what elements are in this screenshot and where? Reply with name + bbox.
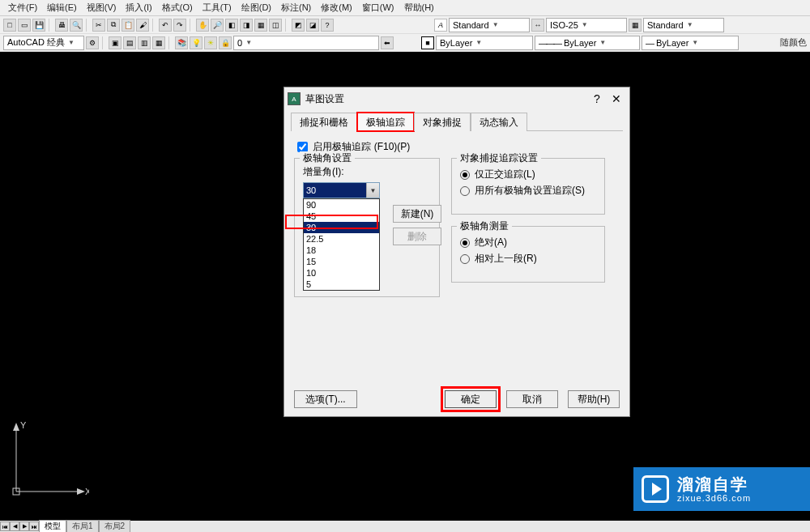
tb-misc2-icon[interactable]: ◨ — [240, 19, 253, 32]
tablestyle-dropdown[interactable]: Standard ▼ — [643, 18, 724, 32]
measure-absolute-radio[interactable] — [460, 238, 470, 248]
tb-misc6-icon[interactable]: ◪ — [306, 19, 319, 32]
lineweight-value: ByLayer — [656, 38, 688, 48]
cancel-button[interactable]: 取消 — [506, 390, 558, 408]
chevron-down-icon[interactable]: ▼ — [366, 183, 379, 198]
combo-item-10[interactable]: 10 — [304, 267, 379, 279]
track-all-radio[interactable] — [460, 186, 470, 196]
menu-modify[interactable]: 修改(M) — [316, 0, 357, 15]
tab-polar-tracking[interactable]: 极轴追踪 — [357, 113, 414, 131]
tb-a-icon[interactable]: ▣ — [109, 36, 122, 49]
tb-preview-icon[interactable]: 🔍 — [70, 19, 83, 32]
dialog-title: 草图设置 — [305, 92, 587, 106]
increment-angle-combo[interactable]: 30 ▼ — [303, 182, 380, 198]
dropdown-arrow-icon: ▼ — [492, 21, 499, 28]
polar-angle-group-title: 极轴角设置 — [300, 151, 355, 165]
lineweight-dropdown[interactable]: — ByLayer ▼ — [642, 36, 739, 50]
menu-tools[interactable]: 工具(T) — [198, 0, 237, 15]
linetype-dropdown[interactable]: ——— ByLayer ▼ — [535, 36, 640, 50]
lock-icon[interactable]: 🔒 — [219, 36, 232, 49]
tb-save-icon[interactable]: 💾 — [32, 19, 45, 32]
menu-edit[interactable]: 编辑(E) — [42, 0, 82, 15]
dropdown-arrow-icon: ▼ — [475, 39, 482, 46]
tablestyle-icon[interactable]: ▦ — [629, 19, 642, 32]
dialog-body: 启用极轴追踪 (F10)(P) 极轴角设置 增量角(I): 30 ▼ 90 45 — [284, 131, 629, 302]
tb-misc4-icon[interactable]: ◫ — [269, 19, 282, 32]
combo-value: 30 — [304, 183, 366, 198]
workspace-dropdown[interactable]: AutoCAD 经典 ▼ — [3, 36, 84, 50]
tb-redo-icon[interactable]: ↷ — [173, 19, 186, 32]
dropdown-arrow-icon: ▼ — [582, 21, 588, 28]
options-button[interactable]: 选项(T)... — [294, 390, 357, 408]
dimstyle-dropdown[interactable]: ISO-25 ▼ — [546, 18, 627, 32]
menu-insert[interactable]: 插入(I) — [121, 0, 156, 15]
tab-dynamic-input[interactable]: 动态输入 — [471, 113, 527, 131]
tb-cut-icon[interactable]: ✂ — [92, 19, 105, 32]
layer-manager-icon[interactable]: 📚 — [175, 36, 188, 49]
dialog-footer: 选项(T)... 确定 取消 帮助(H) — [294, 390, 620, 408]
textstyle-value: Standard — [453, 20, 489, 30]
combo-item-30[interactable]: 30 — [304, 222, 379, 233]
textstyle-icon[interactable]: A — [434, 19, 447, 32]
menu-help[interactable]: 帮助(H) — [399, 0, 439, 15]
track-ortho-radio[interactable] — [460, 170, 470, 180]
tb-paste-icon[interactable]: 📋 — [122, 19, 134, 32]
increment-angle-label: 增量角(I): — [303, 165, 433, 179]
tab-snap-grid[interactable]: 捕捉和栅格 — [291, 113, 357, 131]
tb-print-icon[interactable]: 🖶 — [55, 19, 68, 32]
tab-prev-icon[interactable]: ◀ — [10, 521, 19, 531]
track-ortho-label: 仅正交追踪(L) — [475, 168, 535, 181]
menu-format[interactable]: 格式(O) — [157, 0, 198, 15]
dialog-titlebar[interactable]: A 草图设置 ? ✕ — [284, 87, 629, 110]
layer-dropdown[interactable]: 0 ▼ — [233, 36, 379, 50]
combo-item-5[interactable]: 5 — [304, 279, 379, 290]
tab-last-icon[interactable]: ⏭ — [29, 521, 39, 531]
tb-pan-icon[interactable]: ✋ — [196, 19, 209, 32]
tb-d-icon[interactable]: ▦ — [152, 36, 165, 49]
tb-match-icon[interactable]: 🖌 — [136, 19, 149, 32]
measure-relative-radio[interactable] — [460, 254, 470, 264]
tb-new-icon[interactable]: □ — [3, 19, 16, 32]
menu-window[interactable]: 窗口(W) — [357, 0, 399, 15]
layout2-tab[interactable]: 布局2 — [99, 520, 131, 532]
textstyle-dropdown[interactable]: Standard ▼ — [449, 18, 530, 32]
combo-item-18[interactable]: 18 — [304, 245, 379, 256]
close-icon[interactable]: ✕ — [607, 92, 626, 105]
tb-zoom-icon[interactable]: 🔎 — [211, 19, 224, 32]
menu-file[interactable]: 文件(F) — [3, 0, 42, 15]
tb-help-icon[interactable]: ? — [321, 19, 334, 32]
combo-item-90[interactable]: 90 — [304, 199, 379, 211]
layer-prev-icon[interactable]: ⬅ — [381, 36, 394, 49]
sun-icon[interactable]: ☀ — [204, 36, 217, 49]
ok-button[interactable]: 确定 — [445, 390, 497, 408]
dimstyle-icon[interactable]: ↔ — [531, 19, 544, 32]
tab-object-snap[interactable]: 对象捕捉 — [414, 113, 471, 131]
tb-c-icon[interactable]: ▥ — [138, 36, 151, 49]
combo-item-15[interactable]: 15 — [304, 256, 379, 267]
tb-b-icon[interactable]: ▤ — [123, 36, 136, 49]
tab-first-icon[interactable]: ⏮ — [0, 521, 10, 531]
dialog-help-icon[interactable]: ? — [587, 92, 607, 105]
color-dropdown[interactable]: ByLayer ▼ — [436, 36, 533, 50]
tb-misc-icon[interactable]: ◧ — [225, 19, 238, 32]
menu-draw[interactable]: 绘图(D) — [237, 0, 276, 15]
plot-style-label: 随颜色 — [780, 36, 807, 49]
tb-copy-icon[interactable]: ⧉ — [107, 19, 120, 32]
ws-settings-icon[interactable]: ⚙ — [86, 36, 99, 49]
model-tab[interactable]: 模型 — [39, 520, 66, 532]
color-icon[interactable]: ■ — [421, 36, 434, 49]
combo-item-45[interactable]: 45 — [304, 211, 379, 222]
tab-next-icon[interactable]: ▶ — [19, 521, 29, 531]
help-button[interactable]: 帮助(H) — [568, 390, 620, 408]
tb-open-icon[interactable]: ▭ — [18, 19, 31, 32]
new-button[interactable]: 新建(N) — [393, 205, 441, 223]
layout1-tab[interactable]: 布局1 — [66, 520, 99, 532]
tablestyle-value: Standard — [647, 20, 684, 30]
combo-item-22-5[interactable]: 22.5 — [304, 233, 379, 245]
tb-undo-icon[interactable]: ↶ — [159, 19, 172, 32]
tb-misc5-icon[interactable]: ◩ — [292, 19, 305, 32]
bulb-icon[interactable]: 💡 — [190, 36, 202, 49]
menu-view[interactable]: 视图(V) — [82, 0, 122, 15]
menu-dimension[interactable]: 标注(N) — [276, 0, 316, 15]
tb-misc3-icon[interactable]: ▦ — [254, 19, 267, 32]
